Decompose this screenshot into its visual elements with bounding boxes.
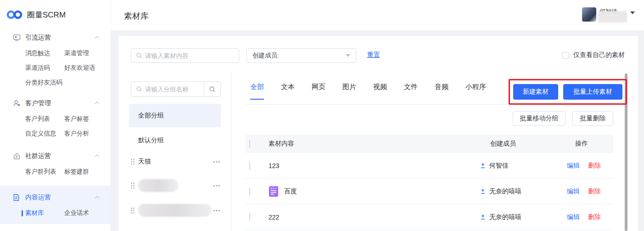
edit-link[interactable]: 编辑 [567, 162, 580, 170]
group-item-all[interactable]: 全部分组 [129, 104, 221, 127]
delete-link[interactable]: 删除 [588, 213, 601, 221]
sidebar-item-customer-tag[interactable]: 客户标签 [64, 115, 108, 123]
sidebar-item-customer-list[interactable]: 客户列表 [25, 115, 64, 123]
more-actions-icon[interactable]: ••• [213, 208, 221, 213]
monitor-icon [13, 34, 21, 41]
table-header-row: 素材内容 创建成员 操作 [246, 135, 613, 153]
edit-link[interactable]: 编辑 [567, 187, 580, 196]
nav-head-community[interactable]: 社群运营 [0, 152, 111, 161]
material-content: 123 [265, 162, 476, 169]
sidebar: 圈量SCRM 引流运营 消息触达 渠道管理 渠道活码 好友欢迎语 分类好友活码 … [0, 0, 111, 231]
topbar: 素材库 何智佳 [111, 0, 644, 30]
redacted-group-name[interactable] [138, 204, 212, 217]
nav-head-customer[interactable]: 客户管理 [0, 99, 111, 108]
document-icon [13, 194, 21, 201]
sidebar-item-custom-info[interactable]: 自定义信息 [25, 130, 64, 138]
table-row: 222 无奈的嘻嘻 编辑 删除 [246, 204, 613, 230]
nav-head-traffic[interactable]: 引流运营 [0, 33, 111, 42]
redaction-blur [598, 11, 627, 23]
material-content: 222 [265, 214, 476, 221]
reset-link[interactable]: 重置 [367, 51, 380, 59]
vertical-scrollbar[interactable] [625, 73, 627, 231]
sidebar-item-friend-welcome[interactable]: 好友欢迎语 [64, 64, 108, 72]
batch-delete-button[interactable]: 批量删除 [572, 111, 613, 126]
sidebar-item-group-list[interactable]: 客户群列表 [25, 168, 64, 176]
drag-handle-icon[interactable] [131, 159, 134, 165]
tab-file[interactable]: 文件 [404, 83, 418, 100]
sidebar-item-enterprise-script[interactable]: 企业话术 [64, 209, 108, 217]
page-title: 素材库 [124, 11, 149, 22]
header-content: 素材内容 [265, 140, 476, 148]
sidebar-item-customer-analysis[interactable]: 客户分析 [64, 130, 108, 138]
sidebar-item-label: 素材库 [25, 209, 44, 217]
group-name[interactable]: 天猫 [138, 158, 213, 166]
group-item-default[interactable]: 默认分组 [129, 132, 221, 149]
nav-section-community: 社群运营 客户群列表 标签建群 [0, 152, 111, 176]
tab-audio[interactable]: 音频 [435, 83, 448, 100]
user-menu[interactable]: 何智佳 [582, 7, 635, 22]
avatar[interactable] [582, 7, 596, 22]
group-search-box [131, 81, 221, 97]
batch-move-group-button[interactable]: 批量移动分组 [513, 111, 566, 126]
nav-head-content[interactable]: 内容运营 [0, 193, 111, 202]
user-card-icon [13, 100, 21, 107]
creator-select-label: 创建成员: [252, 51, 279, 60]
group-item-redacted: ••• [131, 179, 221, 192]
batch-upload-button[interactable]: 批量上传素材 [563, 84, 622, 100]
group-search-button[interactable] [204, 82, 220, 96]
sidebar-item-channel-manage[interactable]: 渠道管理 [64, 49, 108, 57]
new-material-button[interactable]: 新建素材 [513, 84, 558, 100]
only-mine-label: 仅查看自己的素材 [573, 51, 625, 59]
row-checkbox[interactable] [249, 187, 250, 196]
group-panel: 全部分组 默认分组 天猫 ••• ••• ••• [118, 73, 232, 231]
header-creator: 创建成员 [476, 140, 563, 148]
sidebar-item-channel-code[interactable]: 渠道活码 [25, 64, 64, 72]
sidebar-item-message-reach[interactable]: 消息触达 [25, 49, 64, 57]
material-search-box [131, 48, 239, 63]
person-icon [480, 188, 486, 195]
nav-label: 内容运营 [25, 193, 95, 202]
chevron-up-icon[interactable] [95, 102, 100, 107]
user-name-wrap: 何智佳 [599, 7, 627, 22]
material-search-input[interactable] [145, 52, 234, 59]
nav-section-traffic: 引流运营 消息触达 渠道管理 渠道活码 好友欢迎语 分类好友活码 [0, 33, 111, 87]
only-mine-checkbox[interactable] [562, 52, 569, 59]
chevron-up-icon[interactable] [95, 196, 100, 201]
tab-miniprogram[interactable]: 小程序 [465, 83, 486, 100]
tab-text[interactable]: 文本 [281, 83, 295, 100]
search-icon [136, 86, 142, 92]
more-actions-icon[interactable]: ••• [213, 159, 221, 164]
delete-link[interactable]: 删除 [588, 187, 601, 196]
tab-all[interactable]: 全部 [250, 83, 264, 100]
table-row: 123 何智佳 编辑 删除 [246, 153, 613, 179]
chevron-down-icon[interactable] [630, 11, 635, 14]
group-search-input[interactable] [145, 86, 201, 93]
sidebar-item-material-library[interactable]: 素材库 [22, 209, 64, 217]
nav-label: 客户管理 [25, 99, 95, 107]
nav-section-content: 内容运营 素材库 企业话术 [0, 186, 111, 224]
delete-link[interactable]: 删除 [588, 162, 601, 170]
tab-video[interactable]: 视频 [373, 83, 387, 100]
drag-handle-icon[interactable] [131, 208, 134, 214]
drag-handle-icon[interactable] [131, 183, 134, 189]
nav-label: 社群运营 [25, 152, 95, 160]
group-item-tianmao: 天猫 ••• [131, 155, 221, 168]
row-checkbox[interactable] [249, 213, 250, 221]
infinity-logo-icon [6, 9, 23, 20]
row-checkbox[interactable] [249, 162, 250, 170]
nav-label: 引流运营 [25, 34, 95, 42]
home-icon [13, 152, 21, 160]
material-content: 百度 [284, 187, 297, 196]
creator-select[interactable]: 创建成员: [246, 48, 356, 63]
edit-link[interactable]: 编辑 [567, 213, 580, 221]
sidebar-item-category-friend-code[interactable]: 分类好友活码 [25, 79, 64, 87]
redacted-group-name[interactable] [138, 179, 179, 192]
more-actions-icon[interactable]: ••• [213, 183, 221, 188]
chevron-up-icon[interactable] [95, 155, 100, 159]
sidebar-item-tag-group[interactable]: 标签建群 [64, 168, 108, 176]
tab-image[interactable]: 图片 [342, 83, 356, 100]
content-card: 创建成员: 重置 仅查看自己的素材 全部分组 默认分组 天猫 ••• ••• [118, 36, 638, 231]
select-all-checkbox[interactable] [249, 140, 250, 148]
chevron-up-icon[interactable] [95, 36, 100, 41]
tab-webpage[interactable]: 网页 [312, 83, 325, 100]
